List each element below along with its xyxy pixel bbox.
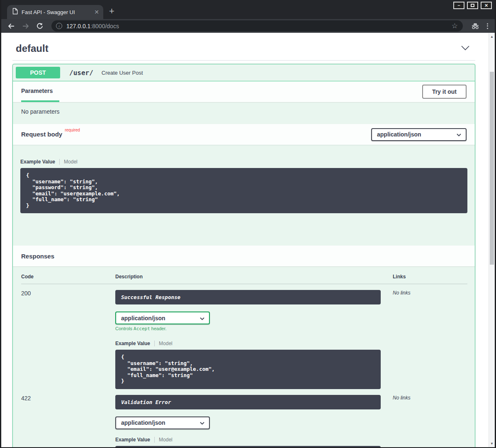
reload-icon[interactable] — [36, 22, 44, 30]
new-tab-button[interactable]: + — [109, 7, 114, 16]
scrollbar-thumb[interactable] — [490, 72, 494, 265]
close-button[interactable]: ✕ — [481, 2, 492, 9]
page-favicon-icon — [12, 8, 18, 16]
browser-toolbar: i 127.0.0.1:8000/docs ☆ — [1, 19, 495, 33]
no-parameters-text: No parameters — [13, 102, 475, 124]
tab-model[interactable]: Model — [159, 341, 173, 346]
opblock-post-user: POST /user/ Create User Post Parameters … — [12, 64, 475, 447]
endpoint-path: /user/ — [69, 69, 93, 77]
request-body-section: Example Value Model { "username": "strin… — [13, 145, 475, 246]
column-header-code: Code — [21, 274, 115, 284]
response-description-cell: Validation Error application/json Exampl… — [115, 389, 381, 448]
scrollbar[interactable]: ▲ ▼ — [489, 33, 495, 447]
tab-parameters[interactable]: Parameters — [21, 81, 59, 102]
operation-summary[interactable]: POST /user/ Create User Post — [13, 64, 475, 81]
response-code: 422 — [21, 389, 115, 448]
column-header-description: Description — [115, 274, 381, 284]
try-it-out-button[interactable]: Try it out — [422, 85, 467, 99]
request-media-type-select[interactable]: application/json — [371, 128, 467, 141]
response-media-type-select[interactable]: application/json — [115, 416, 210, 429]
tab-divider — [154, 437, 155, 443]
column-header-links: Links — [381, 274, 467, 284]
menu-icon[interactable] — [486, 22, 489, 30]
response-description-cell: Successful Response application/json Con… — [115, 284, 381, 389]
response-media-type-select[interactable]: application/json — [115, 312, 210, 324]
tab-title: Fast API - Swagger UI — [22, 9, 90, 15]
maximize-button[interactable] — [467, 2, 478, 9]
method-badge: POST — [16, 67, 60, 78]
url-path: :8000/docs — [90, 23, 119, 29]
required-label: required — [65, 128, 80, 132]
tab-close-icon[interactable]: ✕ — [94, 9, 99, 15]
request-body-header: Request bodyrequired application/json — [13, 124, 475, 145]
incognito-icon — [471, 22, 480, 29]
request-media-type-value: application/json — [377, 131, 421, 138]
controls-accept-note: Controls Accept header. — [115, 326, 381, 331]
response-code: 200 — [21, 284, 115, 389]
back-icon[interactable] — [7, 22, 15, 30]
response-links: No links — [381, 389, 467, 448]
browser-window: Fast API - Swagger UI ✕ + − ✕ i 127.0.0.… — [0, 0, 496, 448]
scroll-down-icon[interactable]: ▼ — [489, 442, 495, 446]
forward-icon[interactable] — [22, 22, 30, 30]
scroll-up-icon[interactable]: ▲ — [489, 35, 495, 39]
maximize-icon — [471, 4, 474, 7]
minimize-button[interactable]: − — [453, 2, 464, 9]
browser-tab[interactable]: Fast API - Swagger UI ✕ — [7, 5, 103, 19]
site-info-icon[interactable]: i — [56, 23, 62, 29]
responses-section: Code Description Links 200 Successful Re… — [13, 266, 475, 447]
response-links: No links — [381, 284, 467, 389]
parameters-header: Parameters Try it out — [13, 81, 475, 102]
tab-bar: Fast API - Swagger UI ✕ + − ✕ — [1, 0, 495, 19]
url-host: 127.0.0.1 — [66, 23, 90, 29]
response-example-json[interactable]: { "username": "string", "email": "user@e… — [115, 350, 381, 389]
tab-example-value[interactable]: Example Value — [20, 159, 55, 165]
response-description: Successful Response — [115, 290, 381, 304]
request-example-json[interactable]: { "username": "string", "password": "str… — [20, 168, 467, 213]
bookmark-star-icon[interactable]: ☆ — [452, 22, 458, 30]
responses-title: Responses — [21, 253, 54, 260]
request-body-title: Request body — [21, 131, 62, 138]
collapse-chevron-icon[interactable] — [461, 45, 469, 52]
tag-section-header[interactable]: default — [12, 38, 475, 61]
response-example-json[interactable]: { "detail": [ — [115, 446, 381, 448]
chevron-down-icon — [200, 315, 204, 321]
page-content: default POST /user/ Create User Post Par… — [1, 33, 495, 447]
chevron-down-icon — [200, 419, 204, 426]
response-media-type-value: application/json — [121, 419, 165, 426]
tab-model[interactable]: Model — [159, 437, 173, 443]
address-bar[interactable]: i 127.0.0.1:8000/docs ☆ — [51, 20, 463, 32]
chevron-down-icon — [457, 131, 461, 138]
tab-model[interactable]: Model — [64, 159, 78, 165]
tab-divider — [59, 159, 60, 165]
endpoint-summary: Create User Post — [102, 70, 143, 76]
responses-header: Responses — [13, 246, 475, 266]
tab-example-value[interactable]: Example Value — [115, 341, 150, 346]
url-text: 127.0.0.1:8000/docs — [66, 23, 119, 29]
tag-title: default — [16, 43, 49, 54]
response-description: Validation Error — [115, 395, 381, 409]
response-media-type-value: application/json — [121, 315, 165, 321]
tab-example-value[interactable]: Example Value — [115, 437, 150, 443]
tab-divider — [154, 341, 155, 346]
